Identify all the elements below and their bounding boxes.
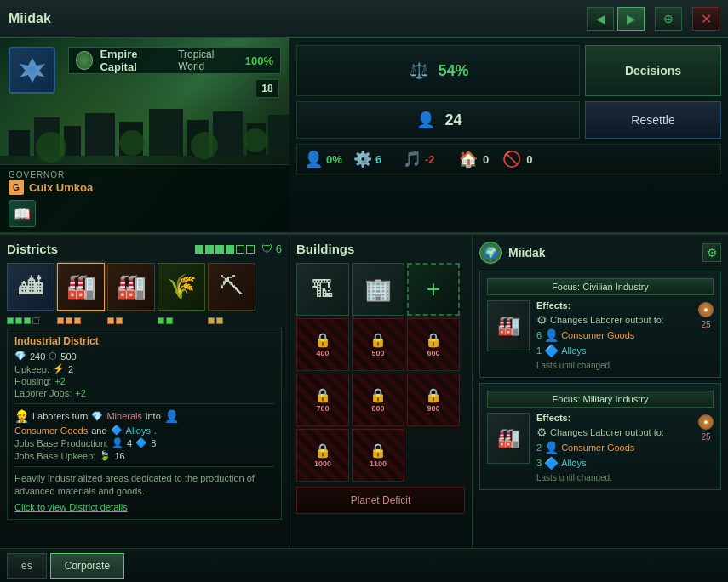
worker-icon: 👷 (14, 409, 29, 423)
focus-settings-icon[interactable]: ⚙ (702, 243, 721, 262)
focus-card-1[interactable]: Focus: Civilian Industry 🏭 Effects: ⚙ Ch… (479, 271, 721, 378)
prev-button[interactable]: ◀ (587, 7, 614, 31)
laborers-convert-row: 👷 Laborers turn 💎 Minerals into 👤 (14, 409, 274, 423)
governor-book-icon[interactable]: 📖 (9, 200, 36, 227)
lock-icon-3: 🔒 (425, 332, 442, 348)
target-button[interactable]: ⊕ (655, 7, 682, 31)
changes-icon-2: ⚙ (536, 425, 547, 439)
amenities-value: 0% (326, 153, 342, 166)
cost-separator: ⬡ (49, 351, 57, 362)
slot-6 (246, 245, 255, 254)
governor-icon: G (9, 180, 24, 195)
jobs-upkeep-label: Jobs Base Upkeep: (14, 451, 95, 461)
faction-badge[interactable] (9, 47, 55, 94)
focus-card-2-title: Focus: Military Industry (487, 391, 714, 408)
district-city-1[interactable]: 🏙 (7, 263, 54, 311)
focus-alloy-row-2: 3 🔷 Alloys (536, 456, 691, 470)
slot-5 (236, 245, 244, 254)
locked-overlay-2: 🔒 500 (370, 332, 387, 357)
amenities-icon: 👤 (304, 150, 323, 168)
info-divider-2 (14, 466, 274, 467)
building-locked-8[interactable]: 🔒 1100 (352, 429, 404, 482)
focus-planet-name: Miidak (508, 246, 546, 260)
locked-overlay-5: 🔒 800 (370, 387, 387, 413)
close-button[interactable]: ✕ (692, 7, 719, 31)
tab-es[interactable]: es (7, 553, 47, 579)
focus-building-1-icon: 🏭 (487, 300, 530, 351)
crime-stat: 🎵 -2 (403, 150, 445, 168)
main-content: Districts 🛡 6 🏙 🏭 (0, 234, 728, 574)
pop-count: 18 (255, 79, 279, 98)
district-count: 🛡 6 (261, 242, 282, 255)
free-amenities-stat: 🚫 0 (502, 150, 532, 168)
building-locked-7[interactable]: 🔒 1000 (296, 429, 349, 482)
cg-icon-1: 👤 (544, 328, 559, 342)
building-2[interactable]: 🏢 (352, 263, 404, 316)
bottom-tabs: es Corporate (0, 548, 728, 582)
tab-corporate[interactable]: Corporate (50, 553, 124, 579)
planet-deficit-bar[interactable]: Planet Deficit (296, 487, 465, 514)
district-industrial-1[interactable]: 🏭 (57, 263, 105, 311)
locked-overlay-6: 🔒 900 (425, 387, 442, 413)
district-farm-1[interactable]: 🌾 (158, 263, 205, 311)
info-divider-1 (14, 403, 274, 404)
next-button[interactable]: ▶ (617, 7, 645, 31)
svg-rect-1 (9, 130, 30, 156)
faction-icon (15, 54, 49, 88)
click-details-link[interactable]: Click to view District details (14, 502, 274, 512)
cg-icon-sm: 👤 (112, 437, 123, 448)
svg-rect-3 (64, 126, 81, 156)
building-1[interactable]: 🏗 (296, 263, 349, 316)
focus-cg-row-1: 6 👤 Consumer Goods (536, 328, 691, 342)
lock-cost-3: 600 (427, 349, 439, 357)
building-locked-1[interactable]: 🔒 400 (296, 318, 349, 371)
lock-icon-1: 🔒 (314, 332, 331, 348)
focus-lasts-1: Lasts until changed. (536, 361, 691, 370)
housing-icon: 🏠 (459, 150, 478, 168)
district-cost-row: 💎 240 ⬡ 500 (14, 351, 274, 362)
focus-header: 🌍 Miidak ⚙ (479, 242, 721, 264)
buildings-panel: Buildings 🏗 🏢 + 🔒 400 🔒 (289, 234, 473, 574)
districts-title: Districts (7, 242, 58, 256)
building-locked-2[interactable]: 🔒 500 (352, 318, 404, 371)
jobs-upkeep-row: Jobs Base Upkeep: 🍃 16 (14, 450, 274, 461)
add-building-button[interactable]: + (407, 263, 460, 316)
pop-resettle-row: 👤 24 Resettle (296, 101, 721, 139)
mining-icon: ⛏ (220, 275, 244, 299)
focus-effect-changes-2: ⚙ Changes Laborer output to: (536, 425, 691, 439)
focus-lasts-2: Lasts until changed. (536, 473, 691, 482)
planet-type-icon (76, 51, 93, 70)
district-mining-1[interactable]: ⛏ (208, 263, 255, 311)
alloy-icon-2: 🔷 (544, 456, 559, 470)
window-title: Miidak (9, 11, 51, 26)
upkeep-label: Upkeep: (14, 364, 49, 374)
planet-type-bar: Empire Capital Tropical World 100% (68, 47, 281, 74)
decisions-button[interactable]: Decisions (585, 45, 721, 96)
alloy-icon-sm: 🔷 (135, 437, 147, 448)
into-label: into (146, 411, 161, 421)
building-locked-5[interactable]: 🔒 800 (352, 374, 404, 426)
focus-pop-1: ● 25 (698, 302, 714, 367)
building-locked-3[interactable]: 🔒 600 (407, 318, 460, 371)
crime-icon: 🎵 (403, 150, 421, 168)
buildings-title: Buildings (296, 242, 354, 256)
building-locked-6[interactable]: 🔒 900 (407, 374, 460, 426)
city-dots (7, 317, 54, 324)
focus-card-2[interactable]: Focus: Military Industry 🏭 Effects: ⚙ Ch… (479, 383, 721, 490)
alloy-icon: 🔷 (111, 425, 123, 436)
pop-icon: 👤 (414, 108, 438, 132)
governor-name: G Cuix Umkoa (9, 180, 281, 195)
industrial-icon: 🏭 (66, 275, 96, 299)
district-slots (195, 245, 255, 254)
district-industrial-2[interactable]: 🏭 (107, 263, 155, 311)
farm-icon: 🌾 (167, 275, 197, 299)
focus-card-1-title: Focus: Civilian Industry (487, 278, 714, 295)
pop-icon-2: ● (698, 414, 714, 430)
stability-icon: ⚙️ (353, 150, 372, 168)
focus-building-2-icon: 🏭 (487, 413, 530, 464)
governor-label: Governor (9, 170, 281, 180)
farm-dots (158, 317, 205, 324)
building-locked-4[interactable]: 🔒 700 (296, 374, 349, 426)
resettle-button[interactable]: Resettle (585, 101, 721, 139)
industrial-icon-2: 🏭 (117, 275, 146, 299)
